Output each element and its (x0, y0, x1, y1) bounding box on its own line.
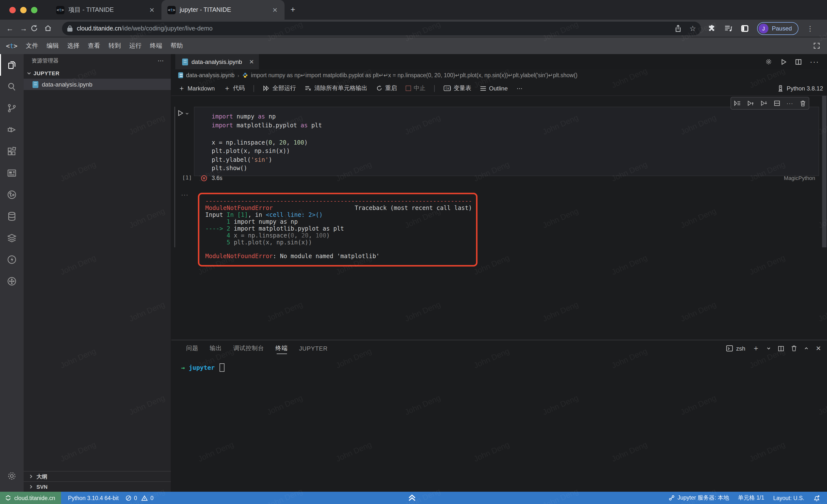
kernel-picker[interactable]: Python 3.8.12 (777, 85, 823, 92)
delete-cell-trash-icon[interactable] (800, 100, 806, 106)
menu-edit[interactable]: 编辑 (47, 42, 59, 50)
notifications-bell-icon[interactable] (813, 494, 820, 501)
search-icon[interactable] (0, 76, 23, 97)
preview-icon[interactable] (0, 162, 23, 184)
avatar: J (759, 23, 768, 33)
tab-close-icon[interactable]: ✕ (271, 6, 279, 14)
menu-goto[interactable]: 转到 (108, 42, 121, 50)
browser-tab-jupyter[interactable]: <t> jupyter - TITANIDE ✕ (161, 0, 285, 20)
more-actions-icon[interactable]: ··· (810, 57, 819, 66)
settings-gear-icon[interactable] (0, 465, 23, 487)
playlist-icon[interactable] (724, 24, 732, 32)
panel-tab-jupyter[interactable]: JUPYTER (299, 340, 328, 356)
source-control-icon[interactable] (0, 97, 23, 119)
extensions-icon[interactable] (0, 141, 23, 162)
back-icon[interactable]: ← (3, 24, 17, 33)
split-cell-icon[interactable] (774, 100, 780, 106)
sidebar-section-svn[interactable]: SVN (23, 482, 171, 492)
run-notebook-icon[interactable] (780, 58, 787, 65)
run-cell-button[interactable] (177, 110, 189, 117)
interrupt-button[interactable]: 中止 (406, 84, 426, 93)
maximize-panel-chevron-icon[interactable] (804, 346, 809, 351)
explorer-icon[interactable] (0, 54, 23, 76)
bookmark-star-icon[interactable]: ☆ (689, 24, 696, 33)
cell-more-icon[interactable]: ··· (786, 100, 793, 106)
fullscreen-icon[interactable] (813, 42, 820, 49)
share-icon[interactable] (674, 24, 682, 32)
terminal-dropdown-chevron-icon[interactable] (767, 346, 771, 351)
new-tab-button[interactable]: + (290, 5, 295, 15)
problems-item[interactable]: 0 0 (126, 495, 154, 501)
variables-button[interactable]: (x) 变量表 (444, 84, 471, 93)
run-below-icon[interactable] (761, 100, 768, 106)
run-debug-icon[interactable] (0, 119, 23, 141)
close-panel-icon[interactable]: ✕ (816, 345, 821, 352)
tab-close-icon[interactable]: ✕ (148, 6, 155, 14)
home-icon[interactable] (44, 24, 58, 32)
menu-selection[interactable]: 选择 (67, 42, 80, 50)
new-terminal-icon[interactable]: ＋ (752, 344, 760, 353)
panel-tab-problems[interactable]: 问题 (186, 340, 198, 356)
editor-scrollbar[interactable] (822, 96, 827, 247)
profile-status-label: Paused (772, 25, 792, 32)
panel-tab-debug-console[interactable]: 调试控制台 (233, 340, 264, 356)
add-code-button[interactable]: ＋代码 (224, 84, 245, 93)
window-close-button[interactable] (9, 7, 16, 13)
breadcrumb-code[interactable]: import numpy as np↵import matplotlib.pyp… (251, 72, 578, 79)
panel-tab-output[interactable]: 输出 (210, 340, 222, 356)
restart-button[interactable]: 重启 (376, 84, 397, 93)
file-item-notebook[interactable]: data-analysis.ipynb (23, 79, 171, 90)
git-graph-icon[interactable] (0, 184, 23, 206)
menu-run[interactable]: 运行 (129, 42, 142, 50)
window-minimize-button[interactable] (20, 7, 27, 13)
execute-below-icon[interactable] (734, 100, 741, 106)
browser-menu-icon[interactable]: ⋮ (807, 24, 814, 32)
explorer-actions-icon[interactable]: ⋯ (157, 57, 164, 64)
menu-file[interactable]: 文件 (26, 42, 38, 50)
database-icon[interactable] (0, 206, 23, 227)
terminal-content[interactable]: → jupyter (181, 363, 827, 372)
extensions-puzzle-icon[interactable] (708, 24, 716, 32)
panel-tab-terminal[interactable]: 终端 (276, 340, 288, 356)
sidebar-section-jupyter[interactable]: JUPYTER (23, 67, 171, 79)
show-panel-chevrons-icon[interactable] (406, 493, 418, 503)
run-all-button[interactable]: 全部运行 (263, 84, 296, 93)
remote-indicator[interactable]: cloud.titanide.cn (0, 492, 61, 504)
router-arrows-icon[interactable] (0, 270, 23, 292)
cell-status-bar: [1] 3.6s MagicPython (171, 175, 819, 182)
toolbar-more-icon[interactable]: ⋯ (517, 85, 523, 92)
tab-close-icon[interactable]: ✕ (249, 58, 254, 65)
outline-button[interactable]: Outline (480, 85, 508, 92)
keyboard-layout-item[interactable]: Layout: U.S. (773, 495, 805, 501)
add-markdown-button[interactable]: ＋Markdown (178, 84, 215, 93)
run-above-icon[interactable] (747, 100, 754, 106)
reload-icon[interactable] (31, 24, 44, 32)
lightning-icon[interactable] (0, 249, 23, 270)
editor-tab-notebook[interactable]: data-analysis.ipynb ✕ (175, 54, 259, 69)
clear-outputs-button[interactable]: 清除所有单元格输出 (305, 84, 368, 93)
menu-view[interactable]: 查看 (88, 42, 100, 50)
python-interpreter-item[interactable]: Python 3.10.4 64-bit (68, 495, 118, 501)
forward-icon[interactable]: → (17, 24, 31, 33)
code-cell[interactable]: import numpy as npimport matplotlib.pypl… (194, 107, 819, 176)
sidebar-toggle-icon[interactable] (741, 24, 749, 32)
menu-terminal[interactable]: 终端 (150, 42, 162, 50)
cell-language-mode[interactable]: MagicPython (784, 175, 815, 181)
kill-terminal-trash-icon[interactable] (791, 345, 797, 351)
split-editor-icon[interactable] (795, 58, 802, 65)
breadcrumb-file[interactable]: data-analysis.ipynb (186, 72, 235, 78)
window-zoom-button[interactable] (31, 7, 37, 13)
layers-icon[interactable] (0, 227, 23, 249)
cell-code[interactable]: import numpy as npimport matplotlib.pypl… (212, 113, 819, 173)
sidebar-section-outline[interactable]: 大纲 (23, 471, 171, 482)
menu-help[interactable]: 帮助 (171, 42, 183, 50)
browser-tab-project[interactable]: <t> 项目 - TITANIDE ✕ (50, 0, 161, 20)
cell-position-item[interactable]: 单元格 1/1 (738, 494, 764, 502)
address-bar[interactable]: cloud.titanide.cn/ide/web/coding/jupyter… (62, 21, 701, 35)
terminal-shell-picker[interactable]: zsh (726, 345, 745, 352)
output-actions-icon[interactable]: ··· (181, 191, 189, 198)
notebook-settings-gear-icon[interactable] (765, 58, 772, 65)
split-terminal-icon[interactable] (778, 345, 784, 351)
profile-paused-button[interactable]: J Paused (757, 22, 798, 35)
jupyter-server-item[interactable]: Jupyter 服务器: 本地 (669, 494, 729, 502)
